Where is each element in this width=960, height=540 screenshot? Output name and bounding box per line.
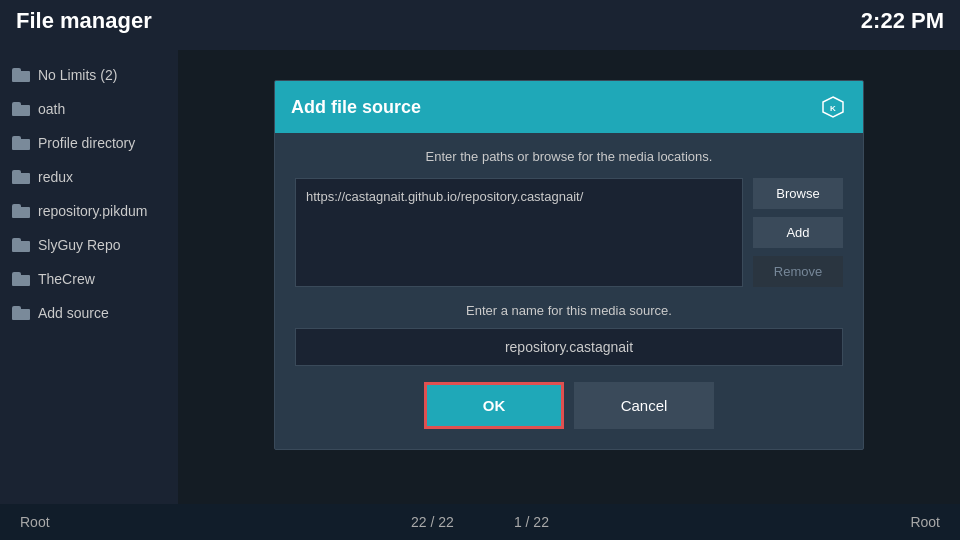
dialog-title: Add file source (291, 97, 421, 118)
folder-icon (12, 204, 30, 218)
sidebar-item-thecrew[interactable]: TheCrew (0, 262, 178, 296)
cancel-button[interactable]: Cancel (574, 382, 714, 429)
folder-icon (12, 306, 30, 320)
ok-button[interactable]: OK (424, 382, 564, 429)
url-buttons: Browse Add Remove (753, 178, 843, 287)
sidebar-item-slyguy-repo[interactable]: SlyGuy Repo (0, 228, 178, 262)
add-button[interactable]: Add (753, 217, 843, 248)
sidebar-item-profile-directory[interactable]: Profile directory (0, 126, 178, 160)
source-name-input[interactable] (295, 328, 843, 366)
sidebar-item-label: Add source (38, 305, 109, 321)
footer-left: Root (20, 514, 50, 530)
clock: 2:22 PM (861, 8, 944, 34)
sidebar-item-label: No Limits (2) (38, 67, 117, 83)
sidebar-item-label: redux (38, 169, 73, 185)
sidebar-item-no-limits[interactable]: No Limits (2) (0, 58, 178, 92)
sidebar-item-label: TheCrew (38, 271, 95, 287)
footer: Root 22 / 22 1 / 22 Root (0, 504, 960, 540)
footer-center: 22 / 22 1 / 22 (411, 514, 549, 530)
add-file-source-dialog: Add file source K Enter the paths or bro… (274, 80, 864, 450)
dialog-instruction: Enter the paths or browse for the media … (295, 149, 843, 164)
dialog-header: Add file source K (275, 81, 863, 133)
browse-button[interactable]: Browse (753, 178, 843, 209)
sidebar: No Limits (2) oath Profile directory red… (0, 50, 178, 504)
folder-icon (12, 272, 30, 286)
footer-pagination-right: 1 / 22 (514, 514, 549, 530)
sidebar-item-label: repository.pikdum (38, 203, 147, 219)
sidebar-item-redux[interactable]: redux (0, 160, 178, 194)
dialog-buttons: OK Cancel (295, 382, 843, 433)
header: File manager 2:22 PM (0, 0, 960, 42)
svg-text:K: K (830, 104, 836, 113)
folder-icon (12, 68, 30, 82)
footer-right: Root (910, 514, 940, 530)
dialog-body: Enter the paths or browse for the media … (275, 133, 863, 449)
folder-icon (12, 170, 30, 184)
sidebar-item-label: Profile directory (38, 135, 135, 151)
folder-icon (12, 136, 30, 150)
dialog-overlay: Add file source K Enter the paths or bro… (178, 50, 960, 504)
url-text: https://castagnait.github.io/repository.… (306, 189, 583, 204)
url-input-container[interactable]: https://castagnait.github.io/repository.… (295, 178, 743, 287)
sidebar-item-repository-pikdum[interactable]: repository.pikdum (0, 194, 178, 228)
sidebar-item-add-source[interactable]: Add source (0, 296, 178, 330)
url-area: https://castagnait.github.io/repository.… (295, 178, 843, 287)
folder-icon (12, 102, 30, 116)
sidebar-item-oath[interactable]: oath (0, 92, 178, 126)
footer-pagination-left: 22 / 22 (411, 514, 454, 530)
remove-button[interactable]: Remove (753, 256, 843, 287)
sidebar-item-label: oath (38, 101, 65, 117)
folder-icon (12, 238, 30, 252)
sidebar-item-label: SlyGuy Repo (38, 237, 120, 253)
kodi-logo-icon: K (819, 93, 847, 121)
name-instruction: Enter a name for this media source. (295, 303, 843, 318)
app-title: File manager (16, 8, 152, 34)
